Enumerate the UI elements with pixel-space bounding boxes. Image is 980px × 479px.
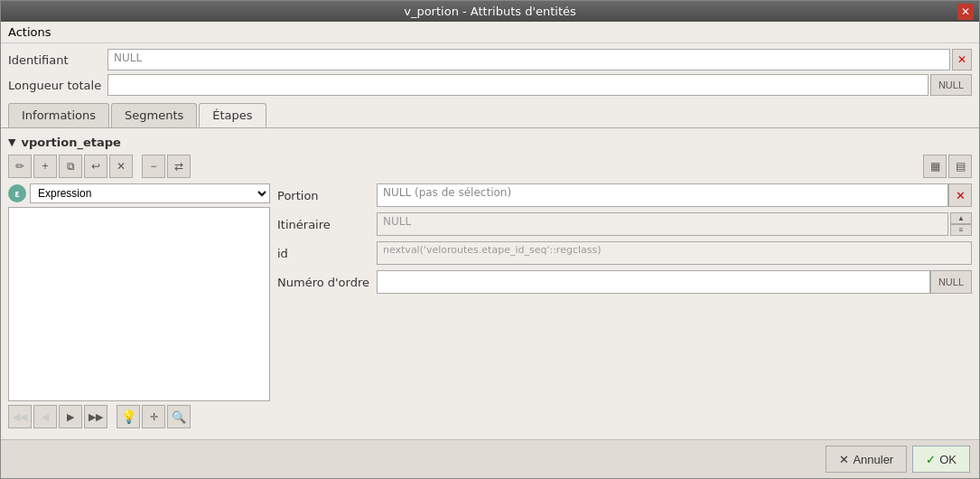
- nav-light-btn[interactable]: 💡: [117, 405, 140, 428]
- cancel-icon: ✕: [839, 453, 849, 466]
- expression-textarea[interactable]: [8, 207, 270, 401]
- numero-null-btn[interactable]: NULL: [930, 270, 972, 294]
- expression-dropdown[interactable]: Expression: [30, 183, 270, 203]
- move-button[interactable]: ⇄: [167, 155, 191, 178]
- form-view-btn[interactable]: ▤: [948, 155, 972, 178]
- identifiant-row: Identifiant NULL ✕: [8, 49, 972, 70]
- numero-label: Numéro d'ordre: [277, 276, 377, 289]
- section-header: ▼ vportion_etape: [8, 136, 972, 149]
- nav-next-btn[interactable]: ▶: [59, 405, 82, 428]
- edit-button[interactable]: ✏: [8, 155, 32, 178]
- numero-row: Numéro d'ordre NULL: [277, 270, 972, 294]
- numero-input-wrapper: NULL: [377, 270, 972, 294]
- nav-bar: ◀◀ ◀ ▶ ▶▶ 💡 ✛ 🔍: [8, 401, 270, 432]
- identifiant-label: Identifiant: [8, 53, 107, 67]
- revert-button[interactable]: ↩: [84, 155, 107, 178]
- nav-search-btn[interactable]: 🔍: [167, 405, 191, 428]
- actions-menu[interactable]: Actions: [8, 25, 51, 39]
- collapse-arrow[interactable]: ▼: [8, 136, 15, 148]
- itineraire-label: Itinéraire: [277, 218, 377, 231]
- portion-input-wrapper: NULL (pas de sélection) ✕: [377, 183, 972, 207]
- main-window: v_portion - Attributs d'entités ✕ Action…: [0, 0, 980, 479]
- copy-button[interactable]: ⧉: [59, 155, 82, 178]
- menubar: Actions: [1, 22, 979, 43]
- itineraire-row: Itinéraire NULL ▲ ≡: [277, 212, 972, 236]
- minus-button[interactable]: −: [142, 155, 165, 178]
- id-label: id: [277, 247, 377, 260]
- nav-last-btn[interactable]: ▶▶: [84, 405, 107, 428]
- right-panel: Portion NULL (pas de sélection) ✕ Itinér…: [277, 183, 972, 432]
- identifiant-clear-btn[interactable]: ✕: [952, 49, 972, 70]
- section-title: vportion_etape: [21, 136, 120, 149]
- tab-etapes[interactable]: Étapes: [199, 103, 266, 127]
- longueur-row: Longueur totale NULL: [8, 74, 972, 96]
- ok-icon: ✓: [926, 453, 936, 466]
- longueur-label: Longueur totale: [8, 79, 107, 92]
- id-input-wrapper: nextval('veloroutes.etape_id_seq'::regcl…: [377, 241, 972, 265]
- itineraire-list-btn[interactable]: ≡: [950, 224, 972, 236]
- cancel-button[interactable]: ✕ Annuler: [826, 446, 907, 473]
- id-input[interactable]: nextval('veloroutes.etape_id_seq'::regcl…: [377, 241, 972, 265]
- numero-input[interactable]: [377, 270, 930, 294]
- content-inner: ε Expression ◀◀ ◀ ▶ ▶▶ 💡 ✛ 🔍: [8, 183, 972, 432]
- ok-label: OK: [939, 453, 957, 466]
- nav-first-btn[interactable]: ◀◀: [8, 405, 32, 428]
- identifiant-input-wrapper: NULL ✕: [107, 49, 972, 70]
- nav-prev-btn[interactable]: ◀: [33, 405, 57, 428]
- longueur-input-wrapper: NULL: [107, 74, 972, 96]
- nav-move-btn[interactable]: ✛: [142, 405, 165, 428]
- toolbar: ✏ + ⧉ ↩ ✕ − ⇄ ▦ ▤: [8, 155, 972, 178]
- titlebar: v_portion - Attributs d'entités ✕: [1, 1, 979, 22]
- tab-segments[interactable]: Segments: [111, 103, 197, 127]
- top-fields: Identifiant NULL ✕ Longueur totale NULL: [1, 43, 979, 103]
- add-button[interactable]: +: [33, 155, 57, 178]
- expression-row: ε Expression: [8, 183, 270, 203]
- close-button[interactable]: ✕: [957, 4, 974, 20]
- cancel-label: Annuler: [853, 453, 893, 466]
- itineraire-up-btn[interactable]: ▲: [950, 212, 972, 224]
- title-text: v_portion - Attributs d'entités: [404, 5, 576, 18]
- itineraire-input[interactable]: NULL: [377, 212, 948, 236]
- id-row: id nextval('veloroutes.etape_id_seq'::re…: [277, 241, 972, 265]
- longueur-input[interactable]: [107, 74, 929, 96]
- expression-icon: ε: [8, 184, 26, 202]
- itineraire-input-wrapper: NULL ▲ ≡: [377, 212, 972, 236]
- toolbar-right: ▦ ▤: [923, 155, 972, 178]
- delete-button[interactable]: ✕: [109, 155, 133, 178]
- ok-button[interactable]: ✓ OK: [912, 446, 970, 473]
- identifiant-input[interactable]: NULL: [107, 49, 950, 70]
- tabs-bar: Informations Segments Étapes: [1, 103, 979, 127]
- left-panel: ε Expression ◀◀ ◀ ▶ ▶▶ 💡 ✛ 🔍: [8, 183, 270, 432]
- tab-informations[interactable]: Informations: [8, 103, 109, 127]
- portion-label: Portion: [277, 189, 377, 202]
- tab-content: ▼ vportion_etape ✏ + ⧉ ↩ ✕ − ⇄ ▦ ▤ ε: [1, 127, 979, 439]
- portion-clear-btn[interactable]: ✕: [948, 183, 972, 207]
- longueur-null-btn[interactable]: NULL: [930, 74, 972, 96]
- table-view-btn[interactable]: ▦: [923, 155, 947, 178]
- portion-input[interactable]: NULL (pas de sélection): [377, 183, 948, 207]
- itineraire-btns: ▲ ≡: [950, 212, 972, 236]
- bottom-bar: ✕ Annuler ✓ OK: [1, 439, 979, 478]
- expression-icon-label: ε: [14, 189, 20, 199]
- portion-row: Portion NULL (pas de sélection) ✕: [277, 183, 972, 207]
